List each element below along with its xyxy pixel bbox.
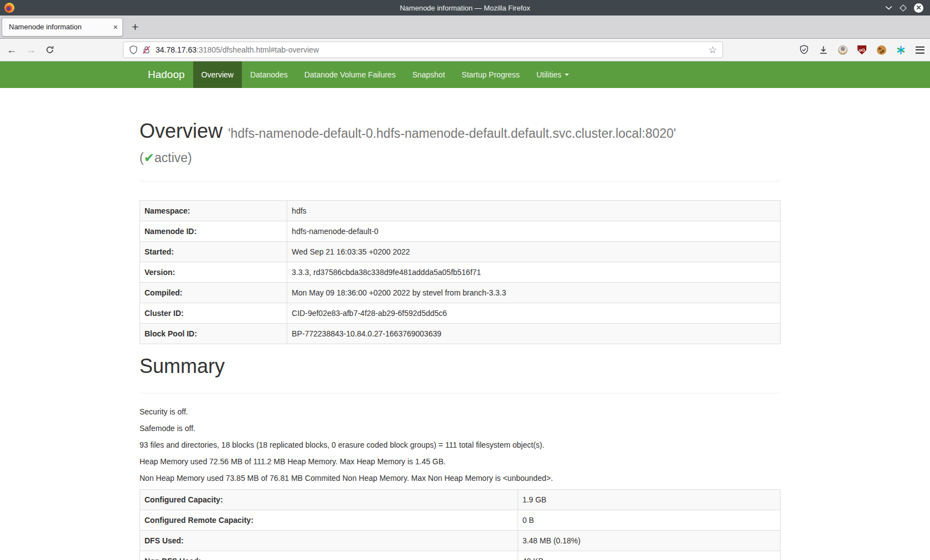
row-value: hdfs-namenode-default-0: [287, 221, 781, 242]
row-label: Cluster ID:: [140, 303, 287, 324]
url-path: :31805/dfshealth.html#tab-overview: [197, 45, 319, 54]
row-value: 1.9 GB: [518, 490, 780, 510]
overview-divider: [140, 181, 781, 182]
downloads-icon[interactable]: [818, 44, 829, 55]
namenode-info-table: Namespace:hdfsNamenode ID:hdfs-namenode-…: [140, 200, 781, 344]
row-label: Non DFS Used:: [140, 551, 518, 560]
namenode-info-row: Namespace:hdfs: [140, 201, 781, 221]
row-value: hdfs: [287, 201, 781, 221]
overview-subtitle: 'hdfs-namenode-default-0.hdfs-namenode-d…: [228, 126, 676, 141]
row-value: CID-9ef02e83-afb7-4f28-ab29-6f592d5dd5c6: [287, 303, 781, 324]
back-button[interactable]: ←: [7, 45, 17, 55]
reload-button[interactable]: [45, 45, 54, 54]
summary-paragraph: 93 files and directories, 18 blocks (18 …: [140, 439, 781, 450]
navbar-item-datanode-volume-failures[interactable]: Datanode Volume Failures: [296, 61, 404, 88]
tab-close-icon[interactable]: ×: [113, 23, 118, 31]
tab-title: Namenode information: [9, 23, 110, 31]
capacity-row: Non DFS Used:40 KB: [140, 551, 781, 560]
tracking-shield-icon[interactable]: [129, 45, 138, 55]
summary-paragraph: Heap Memory used 72.56 MB of 111.2 MB He…: [140, 456, 781, 467]
menu-hamburger-icon[interactable]: [914, 44, 926, 55]
summary-paragraph: Non Heap Memory used 73.85 MB of 76.81 M…: [140, 473, 781, 484]
bookmark-star-icon[interactable]: ☆: [709, 45, 717, 55]
navbar-item-snapshot[interactable]: Snapshot: [404, 61, 453, 88]
row-value: Wed Sep 21 16:03:35 +0200 2022: [287, 242, 781, 262]
url-text: 34.78.17.63:31805/dfshealth.html#tab-ove…: [156, 45, 319, 54]
row-label: DFS Used:: [140, 531, 518, 551]
insecure-lock-icon[interactable]: [142, 45, 151, 54]
extension-avatar-icon[interactable]: [837, 44, 848, 55]
window-minimize-button[interactable]: [885, 6, 892, 10]
window-maximize-button[interactable]: [900, 4, 907, 12]
namenode-info-row: Cluster ID:CID-9ef02e83-afb7-4f28-ab29-6…: [140, 303, 781, 324]
colorful-asterisk-extension-icon[interactable]: [895, 44, 906, 55]
row-label: Configured Remote Capacity:: [140, 510, 518, 531]
row-label: Namespace:: [140, 201, 287, 221]
row-label: Version:: [140, 262, 287, 283]
navbar-item-startup-progress[interactable]: Startup Progress: [453, 61, 528, 88]
navbar-item-datanodes[interactable]: Datanodes: [242, 61, 296, 88]
summary-heading: Summary: [140, 355, 781, 377]
row-value: 3.3.3, rd37586cbda38c338d9fe481addda5a05…: [287, 262, 781, 283]
active-check-icon: ✔: [144, 151, 154, 165]
new-tab-button[interactable]: +: [132, 21, 138, 33]
url-bar[interactable]: 34.78.17.63:31805/dfshealth.html#tab-ove…: [123, 42, 723, 58]
namenode-status: (✔active): [140, 151, 192, 165]
summary-text-block: Security is off.Safemode is off.93 files…: [140, 406, 781, 484]
namenode-info-row: Compiled:Mon May 09 18:36:00 +0200 2022 …: [140, 283, 781, 303]
row-value: 40 KB: [518, 551, 780, 560]
tab-strip: Namenode information × +: [0, 15, 930, 39]
cookie-extension-icon[interactable]: [876, 44, 887, 55]
overview-heading: Overview 'hdfs-namenode-default-0.hdfs-n…: [140, 120, 781, 169]
protections-shield-check-icon[interactable]: [798, 44, 809, 55]
row-label: Configured Capacity:: [140, 490, 518, 510]
firefox-logo-icon: [4, 3, 14, 13]
caret-down-icon: [565, 74, 569, 76]
summary-paragraph: Safemode is off.: [140, 423, 781, 434]
navbar-brand-hadoop[interactable]: Hadoop: [140, 61, 193, 88]
namenode-info-row: Version:3.3.3, rd37586cbda38c338d9fe481a…: [140, 262, 781, 283]
capacity-row: Configured Remote Capacity:0 B: [140, 510, 781, 531]
window-titlebar: Namenode information — Mozilla Firefox ✕: [0, 0, 930, 15]
namenode-info-row: Namenode ID:hdfs-namenode-default-0: [140, 221, 781, 242]
summary-paragraph: Security is off.: [140, 406, 781, 417]
browser-tab[interactable]: Namenode information ×: [2, 18, 123, 37]
row-label: Started:: [140, 242, 287, 262]
window-title: Namenode information — Mozilla Firefox: [0, 4, 930, 12]
row-value: 3.48 MB (0.18%): [518, 531, 780, 551]
row-label: Block Pool ID:: [140, 324, 287, 344]
capacity-row: DFS Used:3.48 MB (0.18%): [140, 531, 781, 551]
capacity-summary-table: Configured Capacity:1.9 GBConfigured Rem…: [140, 489, 781, 560]
namenode-info-row: Block Pool ID:BP-772238843-10.84.0.27-16…: [140, 324, 781, 344]
row-value: Mon May 09 18:36:00 +0200 2022 by stevel…: [287, 283, 781, 303]
capacity-row: Configured Capacity:1.9 GB: [140, 490, 781, 510]
row-value: 0 B: [518, 510, 780, 531]
ublock-origin-icon[interactable]: uO: [856, 44, 867, 55]
browser-toolbar: ← → 34.78.17.63:31805/dfshealth.html#tab…: [0, 39, 930, 61]
navbar-item-overview[interactable]: Overview: [193, 61, 242, 88]
row-value: BP-772238843-10.84.0.27-1663769003639: [287, 324, 781, 344]
page-content: Overview 'hdfs-namenode-default-0.hdfs-n…: [0, 88, 781, 560]
window-close-button[interactable]: ✕: [914, 3, 923, 13]
hadoop-navbar: Hadoop OverviewDatanodesDatanode Volume …: [0, 61, 930, 88]
forward-button[interactable]: →: [26, 45, 36, 55]
url-host: 34.78.17.63: [156, 45, 197, 54]
row-label: Namenode ID:: [140, 221, 287, 242]
overview-title: Overview: [140, 120, 223, 142]
navbar-item-utilities[interactable]: Utilities: [528, 61, 577, 88]
namenode-info-row: Started:Wed Sep 21 16:03:35 +0200 2022: [140, 242, 781, 262]
row-label: Compiled:: [140, 283, 287, 303]
summary-divider: [140, 393, 781, 393]
